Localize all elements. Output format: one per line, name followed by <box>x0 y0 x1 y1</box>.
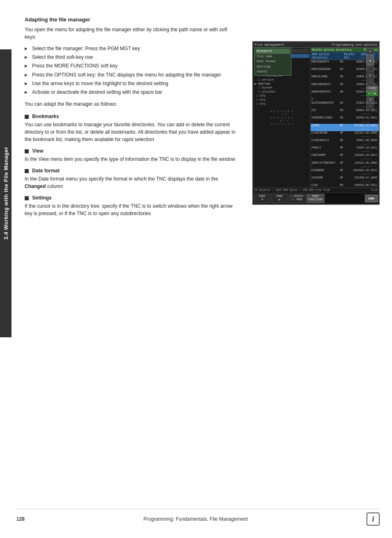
softkey-page-down[interactable]: PAGE ▼ <box>254 194 270 203</box>
file-row-9: ZIPBI HP 8778 28.10.2011 ------ <box>311 124 379 131</box>
page-footer: 128 Programming: Fundamentals, File Mana… <box>16 509 380 526</box>
tnc-right-area: Delete active directory M Status Add act… <box>311 48 379 188</box>
page-number: 128 <box>16 516 25 522</box>
softkey-icon-page-up: PAGE <box>273 195 286 198</box>
bullet-item-5: Use the arrow keys to move the highlight… <box>25 80 238 88</box>
menu-item-filename: File name <box>256 54 290 59</box>
tnc-btn-scroll2[interactable]: S <box>367 97 374 103</box>
sub-section-settings: Settings If the cursor is in the directo… <box>25 195 238 217</box>
tnc-scroll-up[interactable]: ▲ <box>367 55 374 65</box>
tree-item-uts3: □ UTS- <box>254 102 309 107</box>
tnc-btn-n[interactable]: N <box>367 73 374 79</box>
bullet-item-4: Press the OPTIONS soft key: the TNC disp… <box>25 71 238 79</box>
sub-section-title-bookmarks: Bookmarks <box>25 114 238 119</box>
file-row-15: EISOBENZ HP 42028 24.10.2011 ------ <box>311 169 379 176</box>
bullet-item-3: Press the MORE FUNCTIONS soft key <box>25 62 238 70</box>
sub-section-body-settings: If the cursor is in the directory tree: … <box>25 202 238 217</box>
file-row-14: ZENPLATTONFUNTC HP 1281 11.05.2005 -----… <box>311 161 379 169</box>
tree-item-includes: □ includes <box>254 90 309 94</box>
tnc-staru-label: STARU <box>367 86 378 90</box>
adapt-text: You can adapt the file manager as follow… <box>25 100 238 108</box>
softkey-update[interactable]: □ UPDATE □— TREE <box>288 194 305 203</box>
footer-text: Programming: Fundamentals, File Manageme… <box>143 516 248 522</box>
bullet-item-2: Select the third soft-key row <box>25 53 238 61</box>
sub-section-body-view: In the View menu item you specify the ty… <box>25 155 238 163</box>
tree-item-system: □ System <box>254 86 309 90</box>
file-row-7: OTI HO 888 24.10.2011 ------ <box>311 109 379 116</box>
file-row-10: FLASCHEINE HP 3213 11.09.2008 ------ <box>311 131 379 139</box>
softkey-icon-page-down: PAGE <box>256 195 268 198</box>
tnc-right-side-controls: M ▲ N + STARU CTON S − <box>367 49 378 109</box>
sub-section-view: View In the View menu item you specify t… <box>25 148 238 163</box>
tree-item-service: □ service <box>254 78 309 82</box>
file-row-13: CONTURUMP HP 1358 28.10.2011 ------ <box>311 153 379 161</box>
tree-item-makting: ▶ MAKTING <box>254 82 309 86</box>
tnc-btn-plus[interactable]: + <box>367 79 374 85</box>
menu-item-bookmarks: Bookmarks <box>256 49 290 54</box>
file-row-17: CLBS MU 5088 18.00.2011 ------ <box>311 183 379 188</box>
bullet-list: Select the file manager: Press the PGM M… <box>25 45 238 96</box>
bullet-item-6: Activate or deactivate the desired setti… <box>25 88 238 96</box>
main-content-area: Adapting the file manager You open the m… <box>16 0 247 239</box>
arrow-keys-decoration: ✦ ✦ ✦ ✦ ✦ ✦ ✦ ↕ + ✦ ✦ ✦ ✦ ✦ ✦ ✦ ✦ ↕ ↕ ✦ … <box>254 109 309 126</box>
file-row-11: FLASCHEEILE HP 789 11.08.2008 ------ <box>311 139 379 146</box>
tnc-left-panel: TNC:\MASCHINE ▶ UTNG\ □ catch □ DEMO □ M… <box>253 48 311 188</box>
sub-section-date-format: Date format In the Date format menu you … <box>25 168 238 190</box>
section-intro: You open the menu for adapting the file … <box>25 26 238 41</box>
tnc-btn-m[interactable]: M <box>367 49 374 54</box>
square-icon-view <box>25 149 29 153</box>
menu-item-settings: Settings <box>256 64 290 70</box>
menu-item-cancel: Cancel <box>256 69 290 74</box>
section-title: Adapting the file manager <box>25 16 238 23</box>
tnc-btn-spacer <box>367 66 374 72</box>
sub-section-body-bookmarks: You can use bookmarks to manage your fav… <box>25 121 238 143</box>
tnc-status-text: 58 Objects / 1595.000 Bytes / 100.000 Fr… <box>254 189 330 192</box>
sub-section-title-settings: Settings <box>25 195 238 201</box>
tnc-title: File management <box>255 43 284 46</box>
tnc-status-file: File <box>371 189 378 192</box>
bullet-item-1: Select the file manager: Press the PGM M… <box>25 45 238 53</box>
tnc-ctr-buttons: CTON <box>367 91 378 96</box>
chapter-label: 3.4 Working with the File Manager <box>3 147 9 240</box>
softkey-more-functions[interactable]: MORE FUNCTIONS <box>306 194 325 203</box>
square-icon-date-format <box>25 169 29 173</box>
sub-section-title-view: View <box>25 148 238 154</box>
tnc-screen: File management Programming and options … <box>252 41 380 205</box>
tnc-header-bar: File management Programming and options <box>253 42 379 48</box>
tnc-status-bar: 58 Objects / 1595.000 Bytes / 100.000 Fr… <box>253 188 379 192</box>
softkey-end[interactable]: END <box>365 195 378 202</box>
tree-item-uts1: □ UTS- <box>254 94 309 98</box>
tnc-screenshot-panel: File management Programming and options … <box>252 41 380 205</box>
square-icon-bookmarks <box>25 115 29 119</box>
tree-item-uts2: □ UTS- <box>254 98 309 102</box>
softkey-label-more-functions: MORE <box>308 195 323 198</box>
file-row-16: ZIUPORN HP 5822 08.07.2008 ------ <box>311 176 379 183</box>
tnc-menu-overlay: Bookmarks File name Date format Settings… <box>254 47 291 76</box>
menu-item-dateformat: Date format <box>256 59 290 64</box>
chapter-tab: 3.4 Working with the File Manager <box>0 49 12 337</box>
tnc-main-area: TNC:\MASCHINE ▶ UTNG\ □ catch □ DEMO □ M… <box>253 48 379 188</box>
sub-section-title-date-format: Date format <box>25 168 238 174</box>
sub-section-body-date-format: In the Date format menu you specify the … <box>25 175 238 190</box>
tnc-top-right: Programming and options <box>332 43 377 46</box>
tnc-btn-minus[interactable]: − <box>367 104 374 109</box>
sub-section-bookmarks: Bookmarks You can use bookmarks to manag… <box>25 114 238 143</box>
tnc-softkey-bar: PAGE ▼ PAGE ▲ □ UPDATE □— TREE MORE FUNC… <box>253 192 379 204</box>
softkey-page-up[interactable]: PAGE ▲ <box>271 194 288 203</box>
info-icon: i <box>367 512 380 526</box>
file-row-12: FHAULI HP 148 28.10.2011 ------ <box>311 146 379 153</box>
header-delete: Delete active directory <box>312 48 352 51</box>
square-icon-settings <box>25 196 29 200</box>
file-row-8: VIDEOROLLINES HO 282 80.01.2011 ------ <box>311 116 379 123</box>
